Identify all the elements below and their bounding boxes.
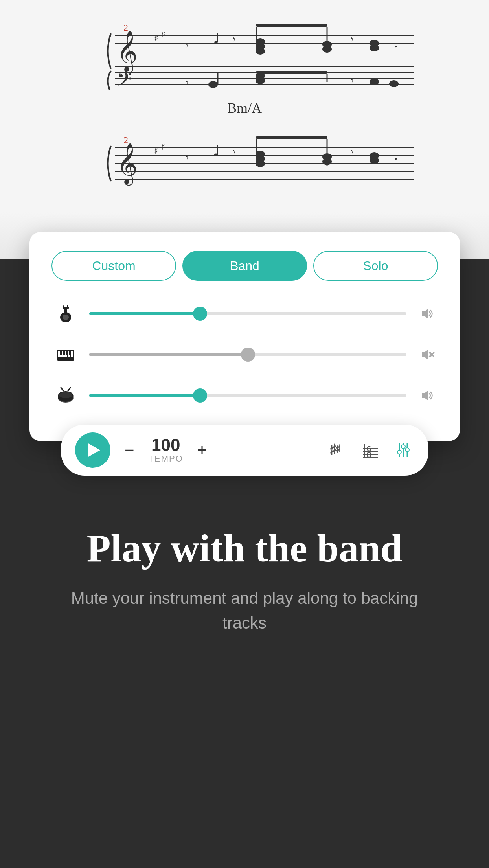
playback-bar: − 100 TEMPO + ♯ ♯ 6 8	[61, 425, 428, 476]
svg-text:2: 2	[123, 135, 128, 145]
svg-rect-52	[256, 136, 327, 139]
tab-row: Custom Band Solo	[51, 251, 438, 281]
svg-point-36	[389, 80, 399, 87]
piano-slider-thumb[interactable]	[241, 348, 255, 362]
tempo-label: TEMPO	[149, 454, 183, 464]
piano-svg	[55, 344, 76, 365]
svg-text:♯: ♯	[161, 29, 165, 39]
tab-custom[interactable]: Custom	[51, 251, 176, 281]
svg-text:𝄾: 𝄾	[351, 37, 353, 42]
svg-text:♩: ♩	[394, 39, 398, 49]
svg-rect-77	[63, 351, 65, 355]
svg-point-29	[208, 81, 218, 88]
svg-rect-68	[63, 305, 64, 308]
drums-volume-icon[interactable]	[416, 384, 438, 406]
svg-rect-79	[66, 351, 68, 355]
svg-text:♩: ♩	[213, 143, 220, 159]
guitar-slider-track[interactable]	[89, 312, 406, 315]
instrument-row-piano	[51, 340, 438, 369]
svg-point-102	[401, 445, 405, 449]
bottom-title: Play with the band	[47, 527, 442, 570]
svg-rect-16	[256, 24, 327, 27]
svg-rect-78	[69, 351, 71, 355]
svg-point-35	[370, 78, 379, 85]
drums-slider-thumb[interactable]	[193, 388, 207, 403]
key-signature-button[interactable]: ♯ ♯	[326, 439, 348, 461]
tempo-display: 100 TEMPO	[149, 436, 183, 464]
drums-icon	[51, 381, 80, 410]
tab-solo[interactable]: Solo	[313, 251, 438, 281]
piano-slider-track[interactable]	[89, 353, 406, 356]
svg-text:♯: ♯	[161, 142, 165, 152]
guitar-speaker-svg	[419, 306, 435, 322]
play-button[interactable]	[75, 432, 110, 468]
svg-text:𝄾: 𝄾	[186, 156, 188, 160]
svg-point-104	[405, 448, 409, 452]
svg-rect-69	[67, 305, 68, 308]
piano-speaker-svg	[419, 347, 435, 362]
svg-text:♩: ♩	[394, 151, 398, 162]
svg-text:♯: ♯	[154, 146, 158, 156]
staff-top: 𝄞 ♯ ♯ 2 𝄾 ♩ 𝄾 𝄾 ♩ 𝄢	[31, 8, 458, 96]
tempo-minus-button[interactable]: −	[121, 441, 138, 460]
modal-panel: Custom Band Solo	[29, 232, 460, 441]
drums-svg	[55, 385, 76, 406]
drums-speaker-svg	[419, 388, 435, 403]
svg-text:𝄾: 𝄾	[186, 43, 188, 48]
svg-line-87	[61, 388, 63, 391]
mixer-button[interactable]	[392, 439, 414, 461]
key-sig-svg: ♯ ♯	[328, 441, 346, 459]
staff-bottom: 𝄞 ♯ ♯ 2 𝄾 ♩ 𝄾 𝄾 ♩	[31, 120, 458, 208]
staff-svg-top: 𝄞 ♯ ♯ 2 𝄾 ♩ 𝄾 𝄾 ♩ 𝄢	[31, 12, 458, 90]
svg-point-57	[256, 151, 265, 158]
tempo-plus-button[interactable]: +	[194, 441, 210, 460]
sheet-music-area: 𝄞 ♯ ♯ 2 𝄾 ♩ 𝄾 𝄾 ♩ 𝄢	[0, 0, 489, 259]
svg-text:𝄞: 𝄞	[117, 31, 138, 74]
instrument-row-guitar	[51, 300, 438, 328]
bottom-subtitle: Mute your instrument and play along to b…	[47, 586, 442, 635]
svg-text:♯: ♯	[335, 443, 341, 455]
svg-text:𝄾: 𝄾	[233, 37, 235, 42]
piano-volume-icon[interactable]	[416, 344, 438, 366]
svg-point-21	[256, 38, 265, 45]
drums-slider-track[interactable]	[89, 394, 406, 397]
staff-svg-bottom: 𝄞 ♯ ♯ 2 𝄾 ♩ 𝄾 𝄾 ♩	[31, 124, 458, 203]
svg-text:♯: ♯	[154, 33, 158, 43]
svg-text:𝄞: 𝄞	[117, 143, 138, 186]
svg-point-103	[397, 450, 401, 454]
svg-rect-76	[60, 351, 62, 355]
svg-point-26	[370, 40, 379, 47]
svg-point-23	[322, 41, 332, 48]
svg-text:𝄾: 𝄾	[351, 79, 353, 83]
bottom-section: Play with the band Mute your instrument …	[0, 495, 489, 667]
svg-point-59	[322, 153, 332, 160]
guitar-slider-thumb[interactable]	[193, 307, 207, 321]
guitar-svg	[55, 303, 76, 324]
time-sig-svg: 6 8	[361, 441, 379, 459]
svg-point-62	[370, 152, 379, 159]
svg-rect-37	[256, 71, 327, 74]
chord-label: Bm/A	[227, 100, 262, 116]
piano-slider-fill	[89, 353, 248, 356]
svg-text:𝄾: 𝄾	[351, 150, 353, 154]
svg-text:𝄾: 𝄾	[233, 150, 235, 154]
instrument-row-drums	[51, 381, 438, 410]
svg-point-86	[59, 392, 73, 399]
svg-text:2: 2	[123, 22, 128, 33]
guitar-icon	[51, 300, 80, 328]
svg-text:♩: ♩	[213, 31, 220, 46]
svg-text:𝄢: 𝄢	[117, 69, 132, 90]
tempo-value: 100	[151, 436, 180, 454]
time-signature-button[interactable]: 6 8	[359, 439, 381, 461]
svg-text:8: 8	[367, 451, 371, 459]
drums-slider-fill	[89, 394, 200, 397]
play-triangle-icon	[88, 443, 100, 457]
piano-icon	[51, 340, 80, 369]
svg-point-65	[63, 314, 69, 320]
guitar-slider-fill	[89, 312, 200, 315]
mixer-svg	[394, 441, 412, 459]
svg-line-88	[68, 388, 70, 391]
guitar-volume-icon[interactable]	[416, 303, 438, 325]
tab-band[interactable]: Band	[182, 251, 307, 281]
